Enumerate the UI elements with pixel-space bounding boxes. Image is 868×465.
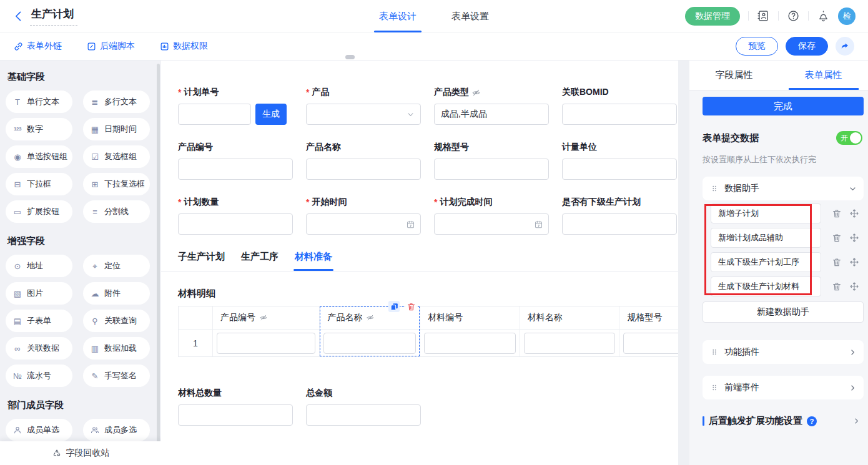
back-icon[interactable] — [12, 10, 25, 22]
sidebar-item-single-line-text[interactable]: T单行文本 — [6, 91, 72, 113]
submit-data-toggle[interactable]: 开 — [836, 131, 862, 145]
material-total-qty-input[interactable] — [178, 404, 293, 426]
post-trigger-settings-link[interactable]: 后置触发扩展功能设置 ? — [703, 415, 864, 427]
cell-input[interactable] — [424, 333, 516, 354]
unit-input[interactable] — [562, 159, 677, 180]
subtab-process[interactable]: 生产工序 — [241, 251, 279, 271]
sidebar-item-member-single[interactable]: 成员单选 — [6, 419, 72, 441]
sidebar-item-dropdown[interactable]: ⊟下拉框 — [6, 173, 72, 195]
plan-number-input[interactable] — [178, 104, 251, 125]
preview-button[interactable]: 预览 — [736, 37, 778, 56]
sidebar-item-dropdown-multi[interactable]: ⊞下拉复选框 — [83, 173, 150, 195]
assistant-item-4[interactable]: 生成下级生产计划材料 — [711, 277, 821, 296]
sidebar-item-number[interactable]: 123数字 — [6, 118, 72, 140]
sidebar-item-serial-number[interactable]: №流水号 — [6, 365, 72, 387]
move-icon[interactable] — [849, 281, 859, 291]
field-material-total-qty[interactable]: 材料总数量 — [178, 387, 293, 426]
notification-bell-icon[interactable] — [817, 9, 830, 22]
form-external-link-button[interactable]: 表单外链 — [14, 41, 62, 52]
drag-handle-icon[interactable] — [710, 184, 719, 193]
table-column-product-code[interactable]: 产品编号 — [213, 306, 320, 356]
function-plugin-section[interactable]: 功能插件 — [703, 340, 864, 364]
field-bom-id[interactable]: 关联BOMID — [562, 86, 677, 125]
sidebar-item-data-load[interactable]: ▥数据加载 — [83, 337, 150, 360]
subtab-material-prep[interactable]: 材料准备 — [295, 251, 332, 271]
tab-form-settings[interactable]: 表单设置 — [451, 0, 489, 32]
sidebar-item-checkbox-group[interactable]: ☑复选框组 — [83, 145, 150, 168]
new-assistant-button[interactable]: 新建数据助手 — [703, 301, 864, 323]
finish-time-input[interactable] — [434, 213, 549, 235]
field-product[interactable]: *产品 — [306, 86, 421, 125]
frontend-event-section[interactable]: 前端事件 — [703, 376, 864, 399]
has-sub-plan-input[interactable] — [562, 213, 677, 235]
field-start-time[interactable]: *开始时间 — [306, 196, 421, 235]
field-total-amount[interactable]: 总金额 — [306, 387, 421, 426]
product-code-input[interactable] — [178, 159, 293, 180]
contact-book-icon[interactable] — [757, 9, 770, 22]
field-finish-time[interactable]: *计划完成时间 — [434, 196, 549, 235]
copy-column-button[interactable] — [388, 301, 400, 312]
table-column-material-code[interactable]: 材料编号 — [420, 306, 520, 356]
cell-input[interactable] — [623, 333, 678, 354]
share-button[interactable] — [836, 37, 854, 56]
sidebar-item-divider[interactable]: ≡分割线 — [83, 200, 150, 223]
move-icon[interactable] — [849, 208, 859, 218]
help-icon[interactable] — [787, 9, 800, 22]
field-plan-number[interactable]: *计划单号 生成 — [178, 86, 293, 125]
data-permission-button[interactable]: 数据权限 — [160, 41, 208, 52]
sidebar-item-signature[interactable]: ✎手写签名 — [83, 365, 150, 387]
sidebar-item-location[interactable]: ⌖定位 — [83, 255, 150, 277]
field-spec-model[interactable]: 规格型号 — [434, 141, 549, 180]
field-product-type[interactable]: 产品类型 成品,半成品 — [434, 86, 549, 125]
generate-button[interactable]: 生成 — [255, 104, 287, 125]
spec-model-input[interactable] — [434, 159, 549, 180]
sidebar-scrollbar[interactable] — [157, 64, 160, 454]
sidebar-item-multi-line-text[interactable]: ≣多行文本 — [83, 91, 150, 113]
product-name-input[interactable] — [306, 159, 421, 180]
data-assistant-section[interactable]: 数据助手 — [703, 177, 864, 200]
move-icon[interactable] — [849, 257, 859, 267]
tab-field-properties[interactable]: 字段属性 — [689, 61, 779, 90]
delete-column-button[interactable] — [405, 301, 417, 312]
tab-form-properties[interactable]: 表单属性 — [779, 61, 868, 90]
table-column-product-name[interactable]: 产品名称 — [320, 306, 420, 356]
product-type-input[interactable]: 成品,半成品 — [434, 104, 549, 125]
bom-id-input[interactable] — [562, 104, 677, 125]
save-button[interactable]: 保存 — [786, 37, 828, 56]
sidebar-item-related-query[interactable]: ⚲关联查询 — [83, 310, 150, 332]
scrollbar-thumb[interactable] — [345, 55, 355, 59]
sidebar-item-related-data[interactable]: ∞关联数据 — [6, 337, 72, 360]
field-recycle-bin-button[interactable]: 字段回收站 — [0, 441, 161, 465]
drag-handle-icon[interactable] — [710, 383, 719, 392]
trash-icon[interactable] — [832, 281, 842, 291]
backend-script-button[interactable]: 后端脚本 — [87, 41, 135, 52]
field-has-sub-plan[interactable]: 是否有下级生产计划 — [562, 196, 677, 235]
field-plan-qty[interactable]: *计划数量 — [178, 196, 293, 235]
move-icon[interactable] — [849, 233, 859, 243]
product-select[interactable] — [306, 104, 421, 125]
sidebar-item-datetime[interactable]: ▦日期时间 — [83, 118, 150, 140]
sidebar-item-subform[interactable]: ▤子表单 — [6, 310, 72, 332]
user-avatar[interactable]: 检 — [838, 7, 856, 25]
sidebar-item-extend-button[interactable]: ▭扩展按钮 — [6, 200, 72, 223]
cell-input[interactable] — [323, 333, 416, 354]
trash-icon[interactable] — [832, 208, 842, 218]
drag-handle-icon[interactable] — [710, 348, 719, 356]
field-product-name[interactable]: 产品名称 — [306, 141, 421, 180]
data-manage-button[interactable]: 数据管理 — [685, 7, 740, 26]
cell-input[interactable] — [524, 333, 616, 354]
sidebar-item-radio-group[interactable]: ◉单选按钮组 — [6, 145, 72, 168]
cell-input[interactable] — [217, 333, 316, 354]
subtab-sub-plan[interactable]: 子生产计划 — [178, 251, 225, 271]
sidebar-item-address[interactable]: ⊙地址 — [6, 255, 72, 277]
start-time-input[interactable] — [306, 213, 421, 235]
total-amount-input[interactable] — [306, 404, 421, 426]
question-badge-icon[interactable]: ? — [807, 416, 817, 426]
trash-icon[interactable] — [832, 233, 842, 243]
assistant-item-3[interactable]: 生成下级生产计划工序 — [711, 252, 821, 272]
done-button[interactable]: 完成 — [703, 97, 864, 115]
field-unit[interactable]: 计量单位 — [562, 141, 677, 180]
assistant-item-1[interactable]: 新增子计划 — [711, 203, 821, 223]
trash-icon[interactable] — [832, 257, 842, 267]
sidebar-item-attachment[interactable]: ☁附件 — [83, 282, 150, 305]
